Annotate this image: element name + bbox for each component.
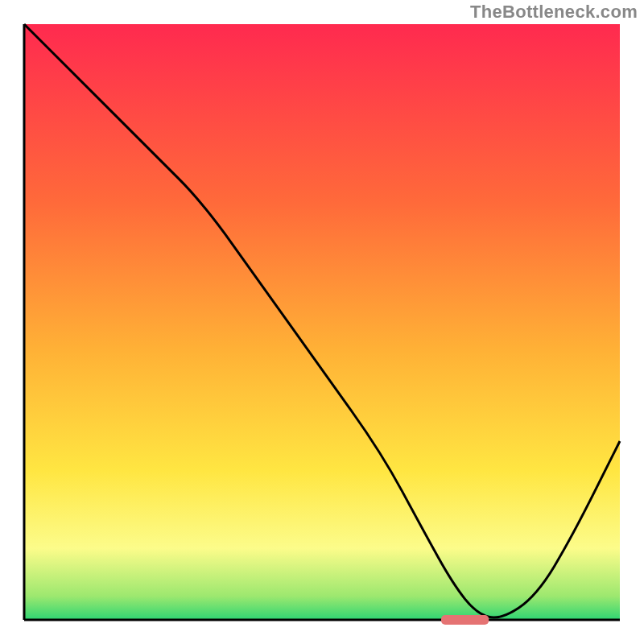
optimal-marker	[441, 615, 489, 625]
watermark-text: TheBottleneck.com	[470, 2, 638, 23]
bottleneck-chart	[0, 0, 644, 644]
